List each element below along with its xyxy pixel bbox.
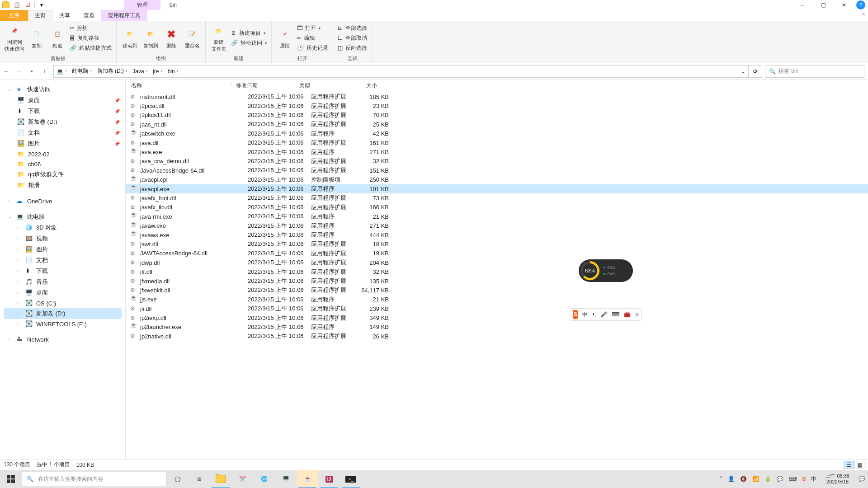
- ime-punct-icon[interactable]: •,: [592, 311, 596, 318]
- nav-quick-item[interactable]: 📁ch06: [4, 159, 122, 169]
- breadcrumb-root-icon[interactable]: 💻›: [54, 68, 69, 75]
- file-row[interactable]: j2pkcs11.dll2022/3/15 上午 10:06应用程序扩展70 K…: [126, 111, 868, 120]
- task-intellij[interactable]: IJ: [318, 470, 340, 488]
- file-row[interactable]: jdwp.dll2022/3/15 上午 10:06应用程序扩展204 KB: [126, 258, 868, 267]
- start-button[interactable]: [0, 470, 22, 488]
- ime-mic-icon[interactable]: 🎤: [600, 311, 607, 318]
- task-terminal[interactable]: >_: [340, 470, 362, 488]
- nav-pc-item[interactable]: ›💽OS (C:): [4, 298, 122, 308]
- thumbnails-view-button[interactable]: ▦: [854, 461, 864, 469]
- performance-widget[interactable]: 63% 0K/s 0K/s: [579, 259, 633, 282]
- tray-battery-icon[interactable]: 🔋: [764, 476, 771, 482]
- file-row[interactable]: java.exe2022/3/15 上午 10:06应用程序271 KB: [126, 147, 868, 156]
- nav-quick-item[interactable]: ⬇下载📌: [4, 106, 122, 117]
- new-item-button[interactable]: 🗎新建项目▾: [231, 28, 267, 38]
- tray-clock[interactable]: 上午 06:38 2022/3/16: [822, 473, 853, 485]
- tab-apptools[interactable]: 应用程序工具: [101, 10, 147, 21]
- file-row[interactable]: jfxwebkit.dll2022/3/15 上午 10:06应用程序扩展64,…: [126, 286, 868, 295]
- delete-button[interactable]: ✖删除: [163, 27, 180, 49]
- breadcrumb-segment[interactable]: 此电脑›: [69, 67, 94, 75]
- edit-button[interactable]: ✏编辑: [297, 33, 328, 42]
- qat-customize-icon[interactable]: ▾: [37, 0, 47, 10]
- paste-button[interactable]: 📋 粘贴: [49, 27, 66, 49]
- properties-button[interactable]: ✔属性: [276, 27, 293, 49]
- tab-view[interactable]: 查看: [77, 10, 101, 21]
- maximize-button[interactable]: ▢: [813, 0, 834, 10]
- cut-button[interactable]: ✂剪切: [70, 23, 112, 33]
- ime-tools-icon[interactable]: 🧰: [624, 311, 631, 318]
- column-header-type[interactable]: 类型: [299, 82, 349, 89]
- close-button[interactable]: ✕: [834, 0, 854, 10]
- file-row[interactable]: javaw.exe2022/3/15 上午 10:06应用程序271 KB: [126, 221, 868, 230]
- tray-volume-icon[interactable]: 🔇: [740, 476, 747, 482]
- file-row[interactable]: java-rmi.exe2022/3/15 上午 10:06应用程序21 KB: [126, 212, 868, 221]
- task-file-explorer[interactable]: [210, 470, 231, 488]
- copy-to-button[interactable]: 📂复制到: [142, 27, 159, 49]
- file-row[interactable]: jp2iexp.dll2022/3/15 上午 10:06应用程序扩展349 K…: [126, 313, 868, 322]
- details-view-button[interactable]: ☰: [844, 461, 854, 469]
- breadcrumb-segment[interactable]: Java›: [130, 68, 150, 75]
- nav-quick-item[interactable]: 📄文档📌: [4, 127, 122, 138]
- ime-lang[interactable]: 中: [582, 311, 588, 319]
- qat-undo-icon[interactable]: ☑: [23, 0, 33, 10]
- address-bar[interactable]: 💻› 此电脑›新加卷 (D:)›Java›jre›bin› ⌄ ⟳: [53, 65, 762, 78]
- qat-properties-icon[interactable]: 📋: [12, 0, 22, 10]
- system-menu-icon[interactable]: [1, 0, 11, 10]
- nav-onedrive[interactable]: ›☁OneDrive: [4, 196, 122, 206]
- rename-button[interactable]: 📝重命名: [184, 27, 201, 49]
- open-button[interactable]: 🗔打开▾: [297, 23, 328, 33]
- task-java[interactable]: ☕: [297, 470, 318, 488]
- taskbar-search[interactable]: 🔍 在这里输入你要搜索的内容: [22, 472, 166, 486]
- tray-keyboard-icon[interactable]: ⌨: [789, 476, 797, 482]
- file-row[interactable]: jp2native.dll2022/3/15 上午 10:06应用程序扩展26 …: [126, 332, 868, 341]
- file-row[interactable]: java.dll2022/3/15 上午 10:06应用程序扩展161 KB: [126, 138, 868, 147]
- ribbon-collapse-icon[interactable]: ^: [859, 12, 868, 19]
- nav-pc-item[interactable]: ›📄文档: [4, 255, 122, 266]
- select-all-button[interactable]: ☑全部选择: [338, 23, 367, 33]
- tray-sogou-icon[interactable]: S: [802, 476, 806, 482]
- cortana-button[interactable]: ⎚: [188, 470, 210, 488]
- file-row[interactable]: j2pcsc.dll2022/3/15 上午 10:06应用程序扩展23 KB: [126, 101, 868, 110]
- tray-wifi-icon[interactable]: 📶: [752, 476, 759, 482]
- tray-ime-icon[interactable]: 中: [811, 475, 816, 483]
- file-row[interactable]: javafx_font.dll2022/3/15 上午 10:06应用程序扩展7…: [126, 193, 868, 202]
- breadcrumb-segment[interactable]: 新加卷 (D:)›: [94, 67, 130, 75]
- recent-locations-button[interactable]: ▾: [25, 65, 38, 78]
- tray-user-icon[interactable]: 👤: [728, 476, 735, 482]
- copy-path-button[interactable]: 🛤复制路径: [70, 33, 112, 42]
- nav-quick-item[interactable]: 🖥️桌面📌: [4, 95, 122, 106]
- task-snip[interactable]: ✂️: [231, 470, 253, 488]
- nav-pc-item[interactable]: ›🎵音乐: [4, 277, 122, 287]
- new-folder-button[interactable]: 📁新建 文件夹: [210, 23, 227, 52]
- nav-pc-item[interactable]: ›🖼️图片: [4, 244, 122, 255]
- tray-notifications-icon[interactable]: 💬: [859, 476, 865, 482]
- nav-this-pc[interactable]: ⌄💻此电脑: [4, 211, 122, 222]
- nav-pc-item[interactable]: ›🖥️桌面: [4, 287, 122, 298]
- select-none-button[interactable]: ☐全部取消: [338, 33, 367, 42]
- nav-pc-item[interactable]: ›🎞️视频: [4, 233, 122, 244]
- file-row[interactable]: javaws.exe2022/3/15 上午 10:06应用程序444 KB: [126, 230, 868, 239]
- file-row[interactable]: instrument.dll2022/3/15 上午 10:06应用程序扩展18…: [126, 92, 868, 101]
- nav-quick-access[interactable]: ⌄★快速访问: [4, 84, 122, 95]
- file-row[interactable]: jfxmedia.dll2022/3/15 上午 10:06应用程序扩展135 …: [126, 277, 868, 286]
- task-monitor[interactable]: 🖥️: [275, 470, 297, 488]
- file-row[interactable]: jli.dll2022/3/15 上午 10:06应用程序扩展239 KB: [126, 304, 868, 313]
- file-row[interactable]: javafx_iio.dll2022/3/15 上午 10:06应用程序扩展16…: [126, 203, 868, 212]
- file-row[interactable]: javacpl.exe2022/3/15 上午 10:06应用程序101 KB: [126, 184, 868, 193]
- tray-expand-icon[interactable]: ˄: [720, 476, 722, 482]
- nav-quick-item[interactable]: 🖼️图片📌: [4, 138, 122, 149]
- file-row[interactable]: jfr.dll2022/3/15 上午 10:06应用程序扩展32 KB: [126, 267, 868, 276]
- tab-share[interactable]: 共享: [52, 10, 77, 21]
- minimize-button[interactable]: ─: [792, 0, 813, 10]
- ime-settings-icon[interactable]: ⁝⁝: [635, 311, 639, 318]
- help-icon[interactable]: ?: [856, 0, 865, 9]
- file-row[interactable]: javacpl.cpl2022/3/15 上午 10:06控制面板项250 KB: [126, 175, 868, 184]
- nav-quick-item[interactable]: 📁qq班级群文件: [4, 169, 122, 180]
- tray-teams-icon[interactable]: 💬: [777, 476, 783, 482]
- nav-quick-item[interactable]: 💽新加卷 (D:)📌: [4, 117, 122, 127]
- history-button[interactable]: 🕑历史记录: [297, 43, 328, 52]
- file-row[interactable]: JAWTAccessBridge-64.dll2022/3/15 上午 10:0…: [126, 249, 868, 258]
- nav-quick-item[interactable]: 📁2022-02: [4, 149, 122, 159]
- nav-pc-item[interactable]: ›⬇下载: [4, 266, 122, 277]
- refresh-button[interactable]: ⟳: [748, 65, 762, 78]
